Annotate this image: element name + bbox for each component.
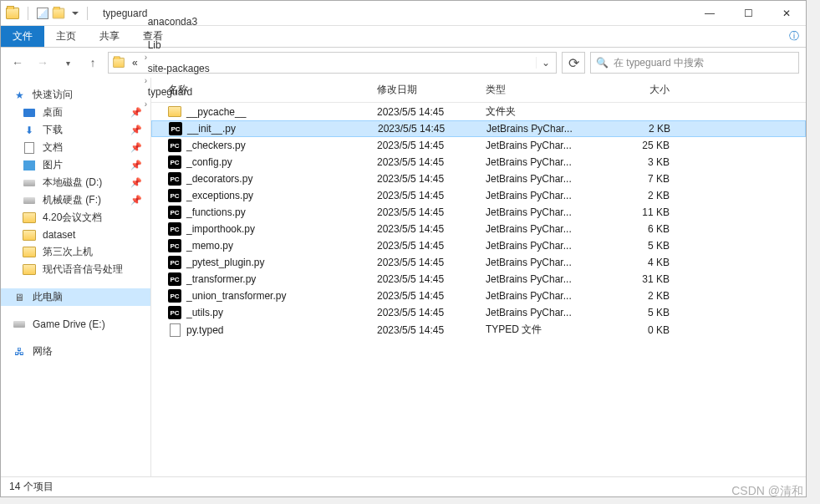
file-name: _memo.py	[186, 240, 233, 252]
refresh-button[interactable]: ⟳	[562, 52, 585, 74]
file-size: 31 KB	[611, 273, 678, 285]
sidebar-folder4[interactable]: 现代语音信号处理	[1, 261, 150, 278]
file-row[interactable]: PC_config.py2023/5/5 14:45JetBrains PyCh…	[151, 154, 806, 171]
file-name: _union_transformer.py	[186, 290, 286, 302]
file-row[interactable]: __pycache__2023/5/5 14:45文件夹	[151, 103, 806, 120]
pycharm-file-icon: PC	[168, 189, 181, 202]
back-button[interactable]: ←	[8, 53, 28, 73]
qat-properties-icon[interactable]	[37, 8, 48, 19]
file-name: _utils.py	[186, 307, 223, 318]
star-icon: ★	[13, 89, 26, 102]
up-button[interactable]: ↑	[83, 53, 103, 73]
file-name: _exceptions.py	[186, 190, 253, 201]
file-date: 2023/5/5 14:45	[377, 324, 486, 336]
pycharm-file-icon: PC	[168, 172, 181, 186]
address-dropdown-icon[interactable]: ⌄	[536, 57, 553, 69]
file-row[interactable]: PC_exceptions.py2023/5/5 14:45JetBrains …	[151, 187, 806, 204]
file-name: _functions.py	[186, 206, 246, 218]
chevron-right-icon[interactable]: ›	[145, 53, 147, 62]
file-row[interactable]: PC_transformer.py2023/5/5 14:45JetBrains…	[151, 271, 806, 288]
col-type-header[interactable]: 类型	[486, 83, 611, 97]
forward-button[interactable]: →	[33, 53, 53, 73]
pin-icon: 📌	[130, 142, 142, 153]
breadcrumb-item[interactable]: anaconda3	[145, 16, 213, 28]
file-size: 5 KB	[611, 307, 678, 318]
file-name: _importhook.py	[186, 223, 255, 235]
sidebar-network[interactable]: 🖧网络	[1, 343, 150, 360]
search-input[interactable]: 🔍 在 typeguard 中搜索	[590, 52, 799, 74]
sidebar-this-pc[interactable]: 🖥此电脑	[1, 288, 150, 306]
close-button[interactable]: ✕	[767, 1, 806, 26]
sidebar-downloads[interactable]: ⬇下载📌	[1, 121, 150, 139]
col-date-header[interactable]: 修改日期	[377, 83, 486, 97]
qat-dropdown-icon[interactable]	[72, 12, 79, 15]
file-row[interactable]: PC_union_transformer.py2023/5/5 14:45Jet…	[151, 288, 806, 304]
sidebar-folder1[interactable]: 4.20会议文档	[1, 209, 150, 227]
sidebar-quick-access[interactable]: ★快速访问	[1, 86, 150, 104]
file-row[interactable]: PC_memo.py2023/5/5 14:45JetBrains PyChar…	[151, 237, 806, 254]
tab-home[interactable]: 主页	[44, 26, 88, 47]
status-bar: 14 个项目	[1, 476, 806, 496]
pycharm-file-icon: PC	[168, 239, 181, 252]
chevron-right-icon[interactable]: ›	[145, 29, 147, 38]
tab-share[interactable]: 共享	[88, 26, 131, 47]
breadcrumb-prefix[interactable]: «	[129, 57, 141, 69]
file-row[interactable]: PC_functions.py2023/5/5 14:45JetBrains P…	[151, 204, 806, 221]
file-name: _pytest_plugin.py	[186, 257, 264, 268]
sidebar-drive-d[interactable]: 本地磁盘 (D:)📌	[1, 174, 150, 191]
breadcrumb-item[interactable]: site-packages	[145, 63, 213, 74]
item-count: 14 个项目	[9, 480, 53, 494]
file-date: 2023/5/5 14:45	[378, 123, 486, 135]
file-row[interactable]: PC_pytest_plugin.py2023/5/5 14:45JetBrai…	[151, 254, 806, 271]
col-name-header[interactable]: 名称	[151, 83, 377, 97]
file-type: 文件夹	[486, 104, 611, 119]
file-size: 2 KB	[611, 290, 678, 302]
pycharm-file-icon: PC	[169, 122, 182, 135]
file-date: 2023/5/5 14:45	[377, 290, 486, 302]
ribbon-help-icon[interactable]: ⓘ	[782, 26, 806, 47]
sidebar-game-drive[interactable]: Game Drive (E:)	[1, 316, 150, 333]
recent-dropdown[interactable]: ▾	[58, 53, 78, 73]
pictures-icon	[23, 160, 35, 171]
pin-icon: 📌	[130, 125, 142, 135]
minimize-button[interactable]: —	[690, 1, 729, 26]
qat-newfolder-icon[interactable]	[53, 8, 64, 18]
file-type: JetBrains PyChar...	[486, 173, 611, 185]
separator	[28, 7, 28, 20]
file-size: 11 KB	[611, 206, 678, 218]
file-name: _checkers.py	[186, 140, 246, 151]
file-name: _config.py	[186, 156, 232, 168]
sidebar-drive-f[interactable]: 机械硬盘 (F:)📌	[1, 191, 150, 209]
file-type: JetBrains PyChar...	[486, 190, 611, 201]
file-row[interactable]: py.typed2023/5/5 14:45TYPED 文件0 KB	[151, 321, 806, 339]
file-size: 7 KB	[611, 173, 678, 185]
file-row[interactable]: PC_decorators.py2023/5/5 14:45JetBrains …	[151, 171, 806, 187]
file-row[interactable]: PC__init__.py2023/5/5 14:45JetBrains PyC…	[151, 120, 806, 137]
download-icon: ⬇	[23, 124, 36, 137]
pycharm-file-icon: PC	[168, 289, 181, 303]
folder-icon	[23, 230, 36, 241]
sidebar-pictures[interactable]: 图片📌	[1, 156, 150, 174]
file-row[interactable]: PC_utils.py2023/5/5 14:45JetBrains PyCha…	[151, 304, 806, 321]
file-type: JetBrains PyChar...	[486, 206, 611, 218]
pin-icon: 📌	[130, 177, 142, 188]
tab-file[interactable]: 文件	[1, 26, 44, 47]
sidebar-documents[interactable]: 文档📌	[1, 139, 150, 156]
col-size-header[interactable]: 大小	[611, 83, 678, 97]
file-size: 2 KB	[612, 123, 679, 135]
sidebar-folder2[interactable]: dataset	[1, 227, 150, 243]
file-name: py.typed	[186, 324, 223, 336]
file-date: 2023/5/5 14:45	[377, 240, 486, 252]
address-bar[interactable]: « anaconda3›Lib›site-packages›typeguard›…	[108, 52, 557, 74]
breadcrumb-item[interactable]: Lib	[145, 39, 213, 51]
file-icon	[170, 323, 181, 337]
separator	[87, 7, 88, 20]
maximize-button[interactable]: ☐	[729, 1, 767, 26]
file-size: 4 KB	[611, 257, 678, 268]
sidebar-folder3[interactable]: 第三次上机	[1, 243, 150, 261]
file-date: 2023/5/5 14:45	[377, 307, 486, 318]
file-row[interactable]: PC_importhook.py2023/5/5 14:45JetBrains …	[151, 221, 806, 237]
file-row[interactable]: PC_checkers.py2023/5/5 14:45JetBrains Py…	[151, 137, 806, 154]
pycharm-file-icon: PC	[168, 272, 181, 286]
sidebar-desktop[interactable]: 桌面📌	[1, 104, 150, 121]
